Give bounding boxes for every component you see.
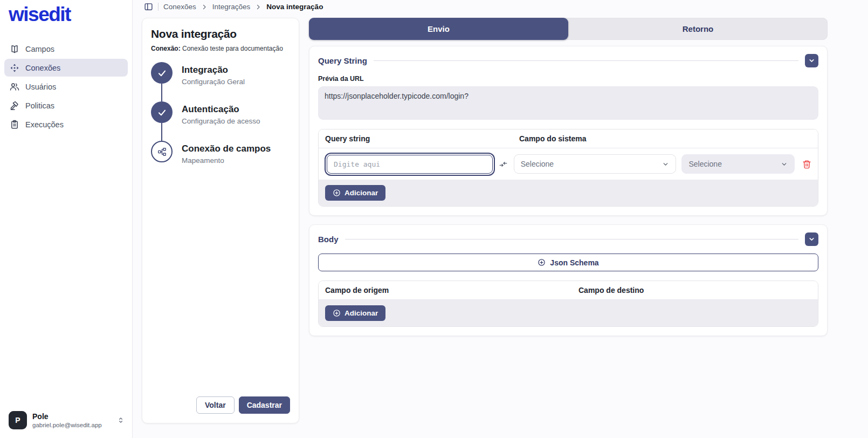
tab-envio[interactable]: Envio: [309, 18, 568, 40]
body-section: Body Json Schema Campo de origem Campo d…: [309, 224, 828, 336]
system-field-select[interactable]: Selecione: [514, 154, 677, 174]
step-integracao[interactable]: Integração Configuração Geral: [151, 62, 290, 101]
tab-retorno[interactable]: Retorno: [568, 18, 828, 40]
envio-retorno-tabs: Envio Retorno: [309, 18, 828, 40]
column-header-campo-do-sistema: Campo do sistema: [519, 134, 586, 143]
clipboard-icon: [10, 120, 19, 129]
user-email: gabriel.pole@wisedit.app: [32, 422, 112, 428]
step-autenticacao[interactable]: Autenticação Configuração de acesso: [151, 101, 290, 141]
check-icon: [151, 101, 173, 123]
url-preview-label: Prévia da URL: [318, 75, 818, 83]
sidebar-item-label: Campos: [25, 45, 54, 53]
add-button-label: Adicionar: [345, 189, 378, 197]
trash-icon: [802, 160, 811, 169]
delete-row-button[interactable]: [802, 160, 811, 169]
field-mapping-icon: [151, 141, 173, 162]
connection-summary: Conexão: Conexão teste para documentação: [151, 45, 290, 52]
collapse-section-button[interactable]: [805, 232, 818, 246]
chevron-right-icon: [255, 4, 261, 10]
collapse-section-button[interactable]: [805, 54, 818, 67]
table-row: Selecione Selecione: [319, 148, 818, 180]
sidebar-item-politicas[interactable]: Politicas: [4, 97, 128, 114]
stepper: Integração Configuração Geral Autenticaç…: [151, 62, 290, 172]
sidebar-item-label: Politicas: [25, 101, 54, 110]
step-subtitle: Configuração de acesso: [182, 117, 260, 125]
chevrons-up-down-icon: [117, 416, 125, 424]
plus-circle-icon: [333, 309, 341, 317]
submit-button[interactable]: Cadastrar: [239, 396, 290, 414]
step-connector: [161, 123, 163, 141]
connections-icon: [10, 63, 19, 73]
back-button[interactable]: Voltar: [196, 396, 235, 414]
column-header-campo-de-origem: Campo de origem: [325, 286, 578, 295]
chevron-down-icon: [808, 57, 815, 64]
sub-field-select[interactable]: Selecione: [681, 154, 795, 174]
breadcrumb: Conexões Integrações Nova integração: [133, 0, 868, 12]
breadcrumb-item-integracoes[interactable]: Integrações: [212, 3, 251, 11]
swap-arrows-icon: [499, 160, 507, 168]
sidebar-item-label: Usuários: [25, 83, 56, 91]
step-conexao-de-campos[interactable]: Conexão de campos Mapeamento: [151, 141, 290, 172]
sidebar-item-label: Execuções: [25, 120, 64, 129]
main-panel: Envio Retorno Query String Prévia da URL…: [309, 18, 828, 336]
select-value: Selecione: [521, 160, 554, 168]
step-title: Conexão de campos: [182, 143, 271, 154]
sidebar-item-conexoes[interactable]: Conexões: [4, 59, 128, 77]
step-subtitle: Mapeamento: [182, 156, 271, 165]
body-mapping-table: Campo de origem Campo de destino Adicion…: [318, 280, 818, 327]
divider: [158, 3, 159, 11]
divider: [374, 60, 798, 61]
check-icon: [151, 62, 173, 84]
sidebar-item-usuarios[interactable]: Usuários: [4, 78, 128, 95]
avatar: P: [9, 411, 27, 429]
sidebar-item-label: Conexões: [25, 64, 60, 72]
chevron-down-icon: [808, 236, 815, 243]
chevron-down-icon: [662, 161, 669, 168]
sidebar-item-campos[interactable]: Campos: [4, 40, 128, 58]
chevron-down-icon: [781, 161, 788, 168]
column-header-campo-de-destino: Campo de destino: [578, 286, 644, 295]
step-title: Integração: [182, 65, 245, 76]
chevron-right-icon: [201, 4, 208, 10]
connection-value: Conexão teste para documentação: [182, 45, 283, 52]
connection-label: Conexão:: [151, 45, 181, 52]
query-string-section: Query String Prévia da URL https://jsonp…: [309, 46, 828, 216]
page-title: Nova integração: [151, 28, 290, 40]
divider: [345, 239, 799, 240]
url-preview-box: https://jsonplaceholder.typicode.com/log…: [318, 86, 818, 120]
breadcrumb-item-conexoes[interactable]: Conexões: [163, 3, 196, 11]
content-area: Conexões Integrações Nova integração Nov…: [133, 0, 868, 438]
gavel-icon: [10, 101, 19, 111]
app-logo: wisedit: [0, 0, 132, 31]
section-title: Query String: [318, 56, 367, 65]
users-icon: [10, 82, 19, 92]
add-body-mapping-button[interactable]: Adicionar: [325, 305, 385, 321]
select-value: Selecione: [688, 160, 722, 168]
wizard-panel: Nova integração Conexão: Conexão teste p…: [142, 18, 299, 423]
sidebar-nav: Campos Conexões Usuários Politicas Execu…: [0, 31, 132, 133]
step-connector: [161, 84, 163, 101]
sidebar-toggle-icon[interactable]: [144, 2, 153, 11]
sidebar-item-execucoes[interactable]: Execuções: [4, 115, 128, 133]
user-name: Pole: [32, 412, 112, 421]
breadcrumb-item-current: Nova integração: [266, 3, 323, 11]
json-schema-label: Json Schema: [550, 258, 598, 267]
user-menu[interactable]: P Pole gabriel.pole@wisedit.app: [0, 405, 132, 438]
json-schema-button[interactable]: Json Schema: [318, 254, 818, 271]
step-subtitle: Configuração Geral: [182, 78, 245, 86]
query-string-table: Query string Campo do sistema Selecione: [318, 129, 818, 207]
query-string-input[interactable]: [327, 155, 493, 174]
user-meta: Pole gabriel.pole@wisedit.app: [32, 412, 112, 428]
step-title: Autenticação: [182, 104, 260, 115]
plus-circle-icon: [333, 189, 341, 197]
add-query-string-button[interactable]: Adicionar: [325, 185, 385, 201]
section-title: Body: [318, 235, 339, 244]
add-button-label: Adicionar: [345, 309, 378, 317]
column-header-query-string: Query string: [325, 134, 519, 143]
book-icon: [10, 44, 19, 54]
sidebar: wisedit Campos Conexões Usuários Politic…: [0, 0, 133, 438]
plus-circle-icon: [538, 258, 546, 266]
